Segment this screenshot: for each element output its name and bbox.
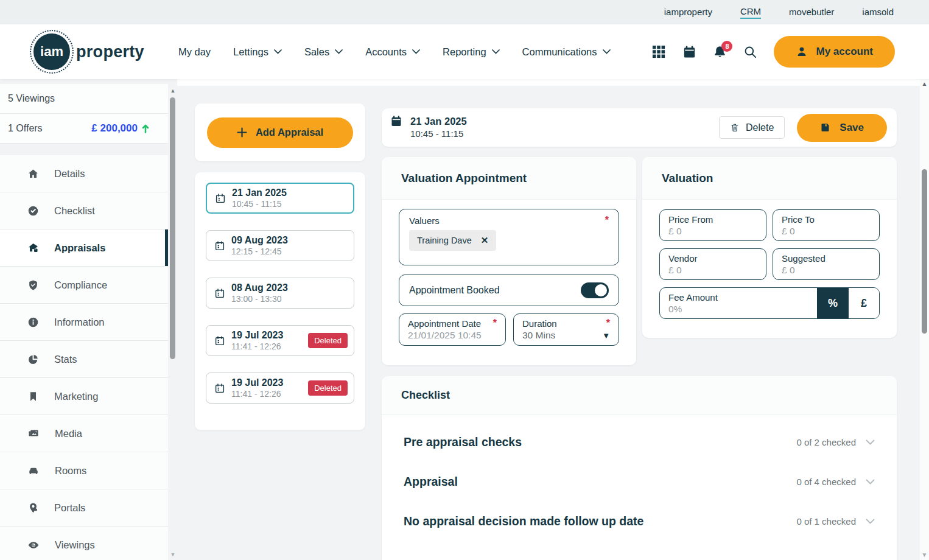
sidebar-menu: Details Checklist Appraisals Compliance …	[0, 155, 168, 560]
chevron-down-icon	[274, 49, 282, 54]
checklist-status: 0 of 2 checked	[796, 437, 856, 447]
sidebar-item-appraisals[interactable]: Appraisals	[0, 229, 168, 267]
appraisal-time: 11:41 - 12:26	[231, 341, 283, 352]
appointment-date-field[interactable]: Appointment Date * 21/01/2025 10:45	[399, 313, 506, 346]
product-link-iamsold[interactable]: iamsold	[862, 7, 894, 18]
my-account-button[interactable]: My account	[774, 36, 895, 68]
product-link-crm[interactable]: CRM	[740, 6, 761, 19]
notifications-bell-icon[interactable]: 8	[713, 45, 727, 59]
add-appraisal-card: Add Appraisal	[195, 103, 365, 161]
scrollbar-thumb[interactable]	[170, 97, 175, 359]
product-link-iamproperty[interactable]: iamproperty	[664, 7, 712, 18]
vendor-field[interactable]: Vendor £ 0	[659, 248, 766, 280]
sidebar-item-stats[interactable]: Stats	[0, 341, 168, 378]
sidebar-item-marketing[interactable]: Marketing	[0, 378, 168, 415]
appraisal-time: 11:41 - 12:26	[231, 389, 283, 400]
summary-offers-row[interactable]: 1 Offers £ 200,000	[0, 114, 168, 144]
sidebar-item-checklist[interactable]: Checklist	[0, 192, 168, 229]
appraisal-item[interactable]: 09 Aug 2023 12:15 - 12:45	[206, 230, 354, 261]
page-scrollbar[interactable]: ▲ ▼	[920, 79, 929, 560]
search-icon[interactable]	[743, 45, 757, 59]
my-account-label: My account	[816, 46, 873, 58]
save-button[interactable]: Save	[797, 114, 887, 142]
nav-reporting[interactable]: Reporting	[443, 46, 500, 58]
calendar-outline-icon	[214, 240, 225, 251]
logo-dotted-ring	[30, 30, 74, 74]
sidebar-item-information[interactable]: Information	[0, 304, 168, 341]
valuation-appointment-title: Valuation Appointment	[382, 157, 636, 200]
shield-icon	[27, 279, 39, 291]
scroll-down-arrow[interactable]: ▼	[920, 551, 929, 558]
map-pin-lock-icon	[27, 502, 39, 514]
price-from-field[interactable]: Price From £ 0	[659, 209, 766, 241]
chevron-down-icon[interactable]	[866, 519, 875, 524]
duration-field[interactable]: Duration * 30 Mins ▼	[513, 313, 619, 346]
fee-amount-value: 0%	[668, 304, 808, 315]
apps-grid-icon[interactable]	[652, 45, 666, 59]
save-floppy-icon	[820, 122, 830, 133]
scroll-up-arrow[interactable]: ▲	[169, 88, 177, 94]
fee-amount-field[interactable]: Fee Amount 0% % £	[659, 287, 880, 319]
sidebar-scrollbar[interactable]: ▲ ▼	[169, 85, 177, 560]
checklist-group-appraisal[interactable]: Appraisal 0 of 4 checked	[404, 462, 875, 502]
valuer-chip: Training Dave ✕	[409, 230, 496, 251]
scroll-down-arrow[interactable]: ▼	[169, 551, 177, 558]
nav-communications[interactable]: Communications	[522, 46, 611, 58]
price-to-field[interactable]: Price To £ 0	[773, 209, 880, 241]
chevron-down-icon[interactable]	[866, 439, 875, 445]
scroll-up-arrow[interactable]: ▲	[920, 80, 929, 87]
nav-label: Reporting	[443, 46, 486, 58]
delete-label: Delete	[746, 122, 774, 133]
valuers-field[interactable]: Valuers * Training Dave ✕	[399, 209, 619, 265]
nav-lettings[interactable]: Lettings	[233, 46, 282, 58]
appointment-booked-label: Appointment Booked	[409, 285, 500, 296]
notification-count-badge: 8	[721, 41, 732, 52]
appraisal-item-deleted[interactable]: 19 Jul 2023 11:41 - 12:26 Deleted	[206, 325, 354, 356]
nav-label: Lettings	[233, 46, 268, 58]
appraisal-time: 12:15 - 12:45	[231, 247, 288, 257]
caret-down-icon[interactable]: ▼	[602, 331, 610, 340]
fee-unit-pound-button[interactable]: £	[849, 288, 879, 318]
sidebar-item-rooms[interactable]: Rooms	[0, 452, 168, 489]
product-link-movebutler[interactable]: movebutler	[789, 7, 834, 18]
sidebar-item-label: Information	[54, 317, 105, 328]
delete-button[interactable]: Delete	[719, 116, 785, 139]
appraisal-item-selected[interactable]: 21 Jan 2025 10:45 - 11:15	[206, 183, 354, 214]
scrollbar-thumb[interactable]	[922, 169, 927, 334]
appraisal-item-deleted[interactable]: 19 Jul 2023 11:41 - 12:26 Deleted	[206, 373, 354, 404]
sidebar-item-label: Marketing	[54, 391, 98, 402]
chevron-down-icon[interactable]	[866, 479, 875, 485]
chevron-down-icon	[603, 49, 611, 54]
checklist-group-no-decision[interactable]: No appraisal decision made follow up dat…	[404, 502, 875, 541]
sidebar-item-label: Details	[54, 168, 85, 180]
valuation-title: Valuation	[642, 157, 897, 200]
sidebar-item-viewings[interactable]: Viewings	[0, 527, 168, 560]
valuation-card: Valuation Price From £ 0 Price To £ 0 Ve…	[642, 157, 897, 338]
price-to-value: £ 0	[782, 226, 871, 237]
nav-sales[interactable]: Sales	[304, 46, 343, 58]
nav-accounts[interactable]: Accounts	[365, 46, 420, 58]
sidebar-item-label: Viewings	[55, 539, 95, 551]
add-appraisal-button[interactable]: Add Appraisal	[207, 117, 353, 148]
logo-word: property	[76, 43, 144, 61]
iamproperty-logo[interactable]: iam property	[33, 33, 144, 70]
checklist-group-pre-appraisal[interactable]: Pre appraisal checks 0 of 2 checked	[404, 422, 875, 462]
app-header: iam property My day Lettings Sales Accou…	[0, 24, 929, 79]
summary-viewings-row[interactable]: 5 Viewings	[0, 84, 168, 114]
sidebar-item-label: Checklist	[54, 205, 95, 217]
suggested-label: Suggested	[782, 253, 871, 264]
vendor-value: £ 0	[668, 265, 757, 276]
sidebar-item-portals[interactable]: Portals	[0, 489, 168, 527]
chip-remove-icon[interactable]: ✕	[481, 235, 489, 246]
add-appraisal-label: Add Appraisal	[256, 127, 323, 138]
appraisal-item[interactable]: 08 Aug 2023 13:00 - 13:30	[206, 278, 354, 309]
sidebar-item-compliance[interactable]: Compliance	[0, 267, 168, 304]
suggested-field[interactable]: Suggested £ 0	[773, 248, 880, 280]
fee-unit-percent-button[interactable]: %	[817, 288, 849, 318]
calendar-icon[interactable]	[682, 45, 696, 59]
sidebar-item-details[interactable]: Details	[0, 155, 168, 192]
valuation-appointment-card: Valuation Appointment Valuers * Training…	[382, 157, 636, 365]
appointment-booked-toggle[interactable]	[581, 282, 609, 298]
nav-my-day[interactable]: My day	[178, 46, 211, 58]
sidebar-item-media[interactable]: Media	[0, 415, 168, 452]
